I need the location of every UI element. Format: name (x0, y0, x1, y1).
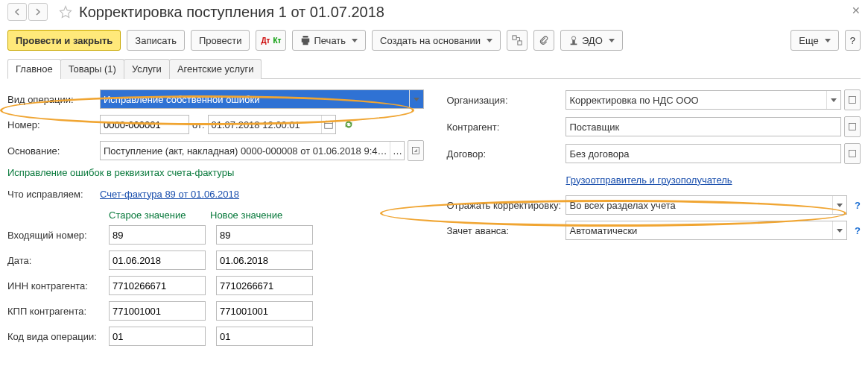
invoice-link[interactable]: Счет-фактура 89 от 01.06.2018 (100, 189, 239, 200)
more-label: Еще (799, 35, 818, 46)
op-type-value: Исправление собственной ошибки (101, 90, 409, 108)
opcode-label: Код вида операции: (7, 331, 109, 342)
svg-rect-3 (324, 122, 332, 128)
svg-point-2 (571, 37, 575, 40)
tab-agent[interactable]: Агентские услуги (169, 59, 262, 79)
op-type-label: Вид операции: (7, 94, 100, 105)
help-button[interactable]: ? (845, 30, 861, 51)
more-button[interactable]: Еще (791, 30, 838, 51)
in-num-new-input[interactable] (216, 225, 313, 245)
org-open-button[interactable] (844, 89, 861, 110)
open-icon (411, 146, 420, 155)
op-type-combo[interactable]: Исправление собственной ошибки (100, 89, 424, 109)
chevron-down-icon (609, 39, 615, 42)
from-label: от: (192, 119, 205, 130)
print-label: Печать (314, 35, 346, 46)
edo-label: ЭДО (582, 35, 603, 46)
advance-dropdown-button[interactable] (832, 221, 846, 239)
post-and-close-button[interactable]: Провести и закрыть (7, 30, 121, 51)
svg-rect-7 (849, 151, 856, 157)
open-icon (848, 149, 857, 158)
tab-services-label: Услуги (132, 63, 162, 75)
reflect-help-button[interactable]: ? (855, 200, 861, 211)
basis-value: Поступление (акт, накладная) 0000-000008… (101, 142, 390, 160)
contr-value: Поставщик (566, 118, 840, 136)
tab-services[interactable]: Услуги (124, 59, 170, 79)
reflect-dropdown-button[interactable] (832, 196, 846, 214)
advance-combo[interactable]: Автоматически (566, 221, 847, 240)
page-title: Корректировка поступления 1 от 01.07.201… (79, 4, 384, 21)
org-dropdown-button[interactable] (826, 91, 840, 109)
fix-label: Что исправляем: (7, 189, 100, 200)
old-value-header: Старое значение (109, 209, 210, 221)
open-icon (848, 122, 857, 131)
inn-old-input[interactable] (109, 276, 206, 295)
save-button[interactable]: Записать (127, 30, 185, 51)
svg-rect-1 (518, 41, 522, 45)
reflect-combo[interactable]: Во всех разделах учета (566, 195, 847, 215)
ellipsis-icon: … (393, 145, 402, 157)
advance-help-button[interactable]: ? (855, 225, 861, 236)
kpp-label: КПП контрагента: (7, 306, 109, 317)
contr-input[interactable]: Поставщик (566, 117, 841, 136)
contract-input[interactable]: Без договора (566, 144, 841, 163)
create-based-label: Создать на основании (380, 35, 481, 46)
kpp-new-input[interactable] (216, 301, 313, 321)
shipper-link[interactable]: Грузоотправитель и грузополучатель (566, 174, 732, 186)
paperclip-icon (539, 35, 549, 45)
post-and-close-label: Провести и закрыть (16, 35, 113, 46)
in-num-label: Входящий номер: (7, 230, 109, 241)
date-new-input[interactable] (216, 250, 313, 270)
nav-forward-button[interactable] (28, 3, 48, 21)
inn-label: ИНН контрагента: (7, 280, 109, 292)
refresh-icon[interactable] (343, 119, 354, 130)
chevron-down-icon (825, 39, 831, 42)
favorite-star-icon[interactable] (57, 3, 75, 21)
op-type-dropdown-button[interactable] (409, 90, 423, 108)
question-icon: ? (850, 35, 855, 46)
basis-input[interactable]: Поступление (акт, накладная) 0000-000008… (100, 141, 405, 160)
post-button[interactable]: Провести (191, 30, 250, 51)
contract-label: Договор: (446, 148, 566, 160)
opcode-new-input[interactable] (216, 327, 313, 346)
basis-ellipsis-button[interactable]: … (390, 142, 404, 160)
dt-kt-button[interactable]: ДтКт (256, 30, 286, 51)
attach-button[interactable] (533, 30, 554, 51)
chevron-down-icon (414, 98, 419, 101)
contract-open-button[interactable] (844, 143, 861, 164)
basis-label: Основание: (7, 145, 100, 157)
nav-back-button[interactable] (7, 3, 27, 21)
kpp-old-input[interactable] (109, 301, 206, 321)
opcode-old-input[interactable] (109, 327, 206, 346)
svg-rect-5 (849, 97, 856, 104)
contract-value: Без договора (566, 145, 840, 163)
date-input[interactable]: 01.07.2018 12:00:01 (208, 115, 336, 134)
date-old-input[interactable] (109, 250, 206, 270)
number-input[interactable] (100, 115, 189, 134)
tab-main-label: Главное (16, 63, 53, 75)
org-combo[interactable]: Корректировка по НДС ООО (566, 90, 841, 110)
inn-new-input[interactable] (216, 276, 313, 295)
edo-button[interactable]: ЭДО (560, 30, 623, 51)
structure-button[interactable] (507, 30, 528, 51)
reflect-value: Во всех разделах учета (566, 196, 832, 214)
chevron-down-icon (487, 39, 492, 42)
org-value: Корректировка по НДС ООО (566, 91, 826, 109)
in-num-old-input[interactable] (109, 225, 206, 245)
advance-label: Зачет аванса: (446, 225, 566, 236)
close-button[interactable]: ✕ (852, 4, 861, 16)
print-button[interactable]: Печать (292, 30, 366, 51)
date2-label: Дата: (7, 255, 109, 266)
tab-main[interactable]: Главное (7, 59, 61, 79)
chevron-down-icon (837, 229, 843, 233)
reflect-label: Отражать корректировку: (446, 200, 566, 211)
svg-rect-0 (513, 36, 516, 40)
create-based-button[interactable]: Создать на основании (372, 30, 501, 51)
tab-agent-label: Агентские услуги (177, 63, 254, 75)
post-label: Провести (199, 35, 242, 46)
contr-open-button[interactable] (844, 116, 861, 137)
date-picker-button[interactable] (321, 116, 335, 133)
tab-goods[interactable]: Товары (1) (60, 59, 124, 79)
date-value: 01.07.2018 12:00:01 (209, 116, 321, 133)
basis-open-button[interactable] (408, 140, 424, 161)
